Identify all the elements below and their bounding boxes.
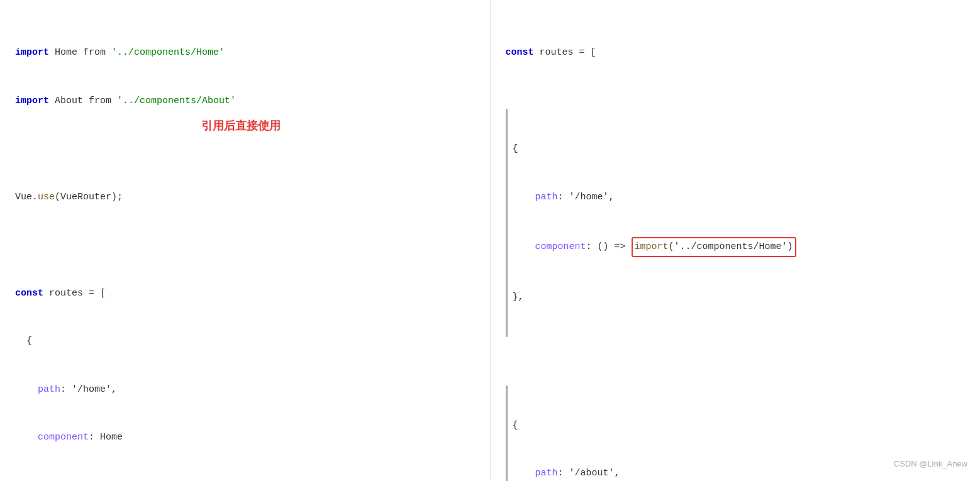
right-line-3: path: '/home', [513,189,796,206]
annotation-label: 引用后直接使用 [201,118,281,133]
line-7: component: Home [15,429,475,446]
left-panel: import Home from '../components/Home' im… [0,0,491,481]
line-6: path: '/home', [15,382,475,398]
right-line-7: path: '/about', [513,465,802,481]
line-5: { [15,333,475,350]
line-blank-1 [15,141,475,157]
watermark: CSDN @Link_Anew [894,459,967,468]
line-4: const routes = [ [15,285,475,302]
right-line-2: { [513,141,796,157]
line-1: import Home from '../components/Home' [15,45,475,61]
right-obj1: { path: '/home', component: () => import… [506,109,966,337]
right-line-4: component: () => import('../components/H… [513,237,796,257]
right-line-1: const routes = [ [506,45,966,61]
line-3: Vue.use(VueRouter); [15,189,475,206]
line-8: }, [15,478,475,482]
left-code-block: import Home from '../components/Home' im… [15,13,475,481]
right-code-block: const routes = [ { path: '/home', compon… [506,13,966,481]
line-blank-2 [15,237,475,253]
right-line-5: }, [513,289,796,306]
right-line-6: { [513,417,802,434]
right-panel: const routes = [ { path: '/home', compon… [491,0,981,481]
line-2: import About from '../components/About' [15,93,475,109]
